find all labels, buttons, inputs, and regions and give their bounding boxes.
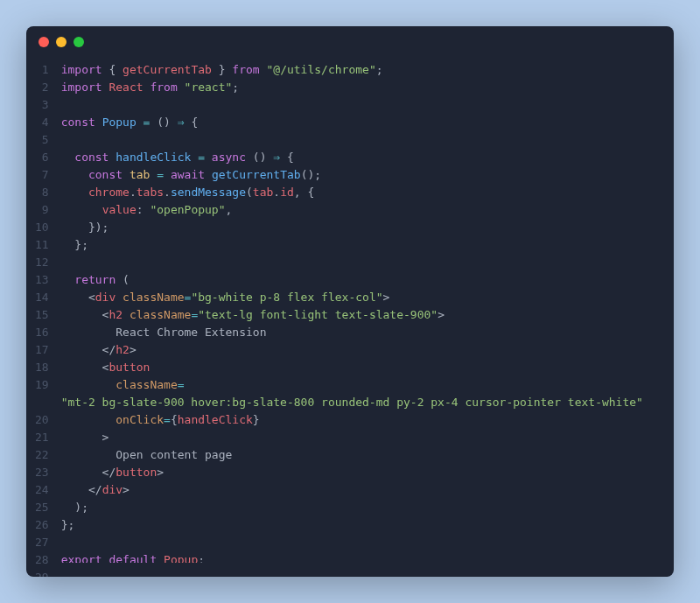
token-pun: > (130, 343, 136, 356)
line-number (35, 394, 49, 411)
token-str: "openPopup" (150, 203, 225, 216)
code-line[interactable]: return ( (61, 271, 660, 289)
code-line[interactable]: </h2> (61, 341, 660, 359)
token-kw: const (74, 151, 108, 164)
token-txt: React Chrome Extension (61, 326, 267, 339)
token-id: getCurrentTab (122, 63, 212, 76)
code-line[interactable]: > (61, 429, 660, 446)
code-line[interactable]: }); (61, 219, 660, 236)
code-line[interactable]: const Popup = () ⇒ { (61, 114, 660, 131)
code-line[interactable]: Open content page (61, 446, 660, 464)
line-number-gutter: 1234567891011121314151617181920212223242… (26, 61, 61, 563)
token-op: = (178, 378, 185, 391)
token-pun: { (185, 116, 199, 129)
token-pun (61, 413, 116, 426)
line-number: 26 (35, 516, 49, 534)
token-pun: < (61, 308, 109, 321)
token-pun: } (212, 63, 232, 76)
line-number: 14 (35, 289, 49, 306)
code-line[interactable]: ); (61, 499, 660, 516)
token-pun (61, 168, 88, 181)
line-number: 17 (35, 341, 49, 359)
token-pun: ( (246, 186, 253, 199)
token-pun (157, 553, 164, 563)
token-pun: { (171, 413, 178, 426)
token-pun (122, 308, 130, 321)
close-icon[interactable] (38, 37, 49, 47)
code-line[interactable]: }; (61, 236, 660, 254)
line-number: 15 (35, 306, 49, 324)
token-kw: async (212, 151, 246, 164)
token-kw: const (61, 116, 95, 129)
token-pun: ); (61, 501, 88, 514)
token-pun: > (383, 291, 390, 304)
token-pun: > (61, 431, 109, 444)
line-number: 22 (35, 446, 49, 464)
maximize-icon[interactable] (74, 37, 84, 47)
code-line[interactable]: const handleClick = async () ⇒ { (61, 149, 660, 166)
token-op: ⇒ (273, 151, 280, 164)
token-str: "@/utils/chrome" (266, 63, 375, 76)
token-pun: </ (61, 343, 116, 356)
code-line[interactable] (61, 131, 660, 149)
token-pun: </ (61, 466, 116, 479)
code-line[interactable]: onClick={handleClick} (61, 411, 660, 429)
line-number: 2 (35, 79, 49, 96)
code-line[interactable] (61, 96, 660, 114)
line-number: 27 (35, 534, 49, 551)
token-kw: from (232, 63, 259, 76)
token-str: "text-lg font-light text-slate-900" (198, 308, 438, 321)
code-line[interactable] (61, 254, 660, 271)
code-line[interactable]: </button> (61, 464, 660, 481)
token-kw: import (61, 81, 102, 94)
code-line[interactable]: }; (61, 516, 660, 534)
code-line[interactable]: <button (61, 359, 660, 376)
token-pun (61, 273, 75, 286)
token-pun: , { (294, 186, 314, 199)
token-pun: . (164, 186, 171, 199)
code-line[interactable] (61, 534, 660, 551)
token-kw: const (88, 168, 122, 181)
token-pun (178, 81, 185, 94)
token-prop: tabs (136, 186, 164, 199)
line-number: 6 (35, 149, 49, 166)
token-attr: className (122, 291, 184, 304)
code-editor[interactable]: 1234567891011121314151617181920212223242… (26, 58, 674, 577)
token-pun: > (438, 308, 444, 321)
code-line[interactable]: value: "openPopup", (61, 201, 660, 219)
token-pun (116, 291, 122, 304)
line-number: 28 (35, 551, 49, 569)
code-line[interactable]: </div> (61, 481, 660, 499)
code-line[interactable]: import React from "react"; (61, 79, 660, 96)
code-line[interactable]: export default Popup; (61, 551, 660, 563)
code-line[interactable]: React Chrome Extension (61, 324, 660, 341)
token-pun (95, 116, 102, 129)
token-pun (205, 168, 212, 181)
token-fn: sendMessage (171, 186, 246, 199)
code-line[interactable]: chrome.tabs.sendMessage(tab.id, { (61, 184, 660, 201)
code-content[interactable]: import { getCurrentTab } from "@/utils/c… (61, 61, 660, 563)
code-line[interactable]: "mt-2 bg-slate-900 hover:bg-slate-800 ro… (61, 394, 660, 411)
token-pun: }; (61, 238, 88, 251)
token-fn: Popup (102, 116, 136, 129)
token-pun: < (61, 361, 109, 374)
code-line[interactable]: <h2 className="text-lg font-light text-s… (61, 306, 660, 324)
token-attr: className (130, 308, 191, 321)
code-line[interactable]: className= (61, 376, 660, 394)
token-pun: > (157, 466, 164, 479)
token-pun (205, 151, 212, 164)
token-id: div (95, 291, 116, 304)
code-line[interactable]: <div className="bg-white p-8 flex flex-c… (61, 289, 660, 306)
token-pun: . (273, 186, 280, 199)
line-number: 18 (35, 359, 49, 376)
token-pun: (); (301, 168, 321, 181)
minimize-icon[interactable] (56, 37, 66, 47)
line-number: 4 (35, 114, 49, 131)
line-number: 29 (35, 569, 49, 577)
code-line[interactable]: import { getCurrentTab } from "@/utils/c… (61, 61, 660, 79)
token-pun: . (130, 186, 136, 199)
token-id: button (108, 361, 150, 374)
code-line[interactable]: const tab = await getCurrentTab(); (61, 166, 660, 184)
token-id: Popup (164, 553, 198, 563)
token-pun: } (253, 413, 260, 426)
